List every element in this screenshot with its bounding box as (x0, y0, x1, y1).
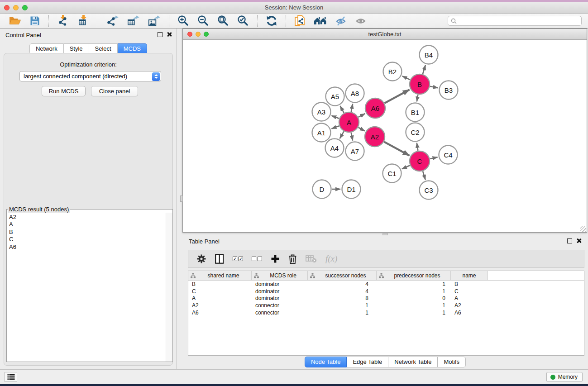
table-cell[interactable]: connector (252, 310, 308, 316)
table-cell[interactable]: C (451, 288, 488, 295)
table-cell[interactable]: C (188, 288, 252, 295)
delete-column-button[interactable] (288, 254, 297, 264)
column-header-name[interactable]: name (451, 271, 488, 280)
save-session-button[interactable] (27, 14, 43, 28)
graph-edge-C-C3[interactable] (423, 171, 425, 180)
column-header-successor-nodes[interactable]: successor nodes (308, 271, 377, 280)
table-cell[interactable]: dominator (252, 281, 308, 287)
table-cell[interactable]: 1 (377, 302, 451, 309)
clone-network-button[interactable] (292, 14, 308, 28)
table-cell[interactable]: 1 (377, 310, 451, 316)
network-graph[interactable]: B4B2BB3A8A5A6A3B1AA1C2A2A4A7C4CC1DD1C3 (183, 40, 587, 233)
graph-edge-A-A7[interactable] (351, 133, 353, 141)
minimize-window-button[interactable] (13, 5, 19, 10)
zoom-fit-button[interactable] (215, 14, 231, 28)
table-cell[interactable]: A (451, 295, 488, 301)
graph-edge-A2-C[interactable] (384, 142, 410, 156)
graph-node-A6[interactable]: A6 (365, 98, 385, 118)
mcds-result-item[interactable]: A2 (9, 214, 166, 221)
show-columns-button[interactable] (215, 254, 224, 264)
column-header-shared-name[interactable]: shared name (188, 271, 252, 280)
table-cell[interactable]: A2 (451, 302, 488, 309)
graph-node-C4[interactable]: C4 (439, 146, 458, 164)
graph-edge-B-B4[interactable] (423, 65, 425, 74)
zoom-window-button[interactable] (22, 5, 28, 10)
apply-layout-button[interactable] (263, 14, 280, 28)
hide-eye-button[interactable] (333, 14, 349, 28)
import-network-button[interactable] (55, 14, 72, 28)
search-input[interactable] (458, 16, 579, 25)
export-image-button[interactable] (146, 14, 163, 28)
table-cell[interactable]: 1 (377, 288, 451, 295)
graph-edge-C-C4[interactable] (430, 157, 438, 159)
mcds-result-item[interactable]: A6 (9, 243, 166, 251)
table-cell[interactable]: dominator (252, 288, 308, 295)
optimization-criterion-select[interactable]: largest connected component (directed) (19, 71, 161, 81)
zoom-out-button[interactable] (195, 14, 211, 28)
table-cell[interactable]: A6 (188, 310, 252, 316)
graph-node-D[interactable]: D (313, 180, 331, 199)
home-button[interactable] (311, 14, 330, 28)
table-cell[interactable]: 1 (308, 310, 377, 316)
table-row[interactable]: Cdominator41C (188, 288, 584, 295)
graph-node-A2[interactable]: A2 (365, 127, 385, 147)
run-mcds-button[interactable]: Run MCDS (42, 86, 86, 96)
export-table-button[interactable] (125, 14, 142, 28)
graph-node-A[interactable]: A (339, 112, 359, 132)
table-cell[interactable]: dominator (252, 295, 308, 301)
graph-node-D1[interactable]: D1 (342, 180, 361, 199)
graph-edge-A-A1[interactable] (332, 126, 339, 129)
table-cell[interactable]: A6 (451, 310, 488, 316)
graph-edge-B-B3[interactable] (430, 86, 438, 88)
table-cell[interactable]: A (188, 295, 252, 301)
graph-node-A5[interactable]: A5 (326, 87, 344, 106)
zoom-selected-button[interactable] (235, 14, 251, 28)
table-cell[interactable]: 4 (308, 288, 377, 295)
graph-node-A7[interactable]: A7 (346, 142, 364, 161)
table-cell[interactable]: 1 (308, 302, 377, 309)
resize-grip[interactable] (580, 226, 586, 232)
result-list-scrollbar[interactable] (166, 213, 172, 362)
table-cell[interactable]: 0 (377, 295, 451, 301)
graph-edge-A6-B[interactable] (385, 90, 410, 103)
table-cell[interactable]: 8 (308, 295, 377, 301)
mcds-result-item[interactable]: B (9, 229, 166, 236)
graph-edge-C-C1[interactable] (402, 166, 410, 169)
network-close-button[interactable] (187, 32, 192, 37)
tab-node-table[interactable]: Node Table (305, 357, 347, 367)
graph-node-B2[interactable]: B2 (383, 62, 402, 81)
network-canvas[interactable]: B4B2BB3A8A5A6A3B1AA1C2A2A4A7C4CC1DD1C3 (183, 40, 587, 232)
graph-edge-A-A3[interactable] (332, 116, 339, 119)
graph-node-B[interactable]: B (410, 74, 430, 94)
table-row[interactable]: A6connector11A6 (188, 309, 584, 316)
task-history-button[interactable] (5, 372, 17, 382)
table-cell[interactable]: 1 (377, 281, 451, 287)
graph-node-A1[interactable]: A1 (312, 124, 331, 142)
mcds-result-item[interactable]: A (9, 221, 166, 228)
tab-edge-table[interactable]: Edge Table (347, 357, 388, 367)
deselect-all-button[interactable] (252, 257, 262, 261)
graph-edge-A-A5[interactable] (340, 106, 344, 113)
graph-edge-B-B2[interactable] (402, 76, 410, 80)
float-table-panel-icon[interactable] (567, 238, 572, 243)
close-window-button[interactable] (4, 5, 10, 10)
graph-edge-A-A4[interactable] (340, 132, 344, 139)
close-panel-button[interactable]: Close panel (91, 86, 138, 96)
table-row[interactable]: A2connector11A2 (188, 302, 584, 309)
column-header-predecessor-nodes[interactable]: predecessor nodes (377, 271, 451, 280)
graph-node-B4[interactable]: B4 (420, 46, 438, 64)
memory-button[interactable]: Memory (546, 372, 583, 382)
splitter-collapse-handle[interactable] (180, 195, 183, 202)
export-network-button[interactable] (104, 14, 121, 28)
graph-node-A8[interactable]: A8 (346, 84, 364, 103)
graph-edge-A-A2[interactable] (359, 128, 365, 131)
table-cell[interactable]: B (188, 281, 252, 287)
graph-node-A3[interactable]: A3 (312, 103, 331, 121)
table-cell[interactable]: A2 (188, 302, 252, 309)
table-cell[interactable]: B (451, 281, 488, 287)
graph-node-B1[interactable]: B1 (406, 103, 425, 122)
search-field[interactable] (448, 16, 582, 26)
network-minimize-button[interactable] (196, 32, 201, 37)
table-settings-button[interactable] (196, 254, 206, 264)
graph-node-B3[interactable]: B3 (440, 81, 458, 100)
